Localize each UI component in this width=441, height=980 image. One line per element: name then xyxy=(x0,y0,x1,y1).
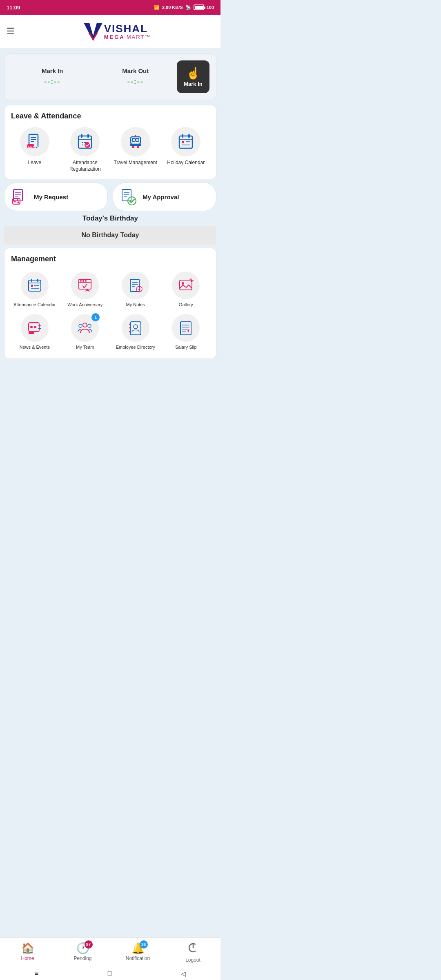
svg-rect-21 xyxy=(130,144,141,146)
my-request-label: My Request xyxy=(34,194,68,200)
status-bar: 11:09 📶 2.00 KB/S 📡 100 xyxy=(0,0,220,15)
svg-point-37 xyxy=(14,200,16,203)
svg-rect-11 xyxy=(81,134,82,138)
svg-point-66 xyxy=(182,282,184,285)
svg-rect-71 xyxy=(29,332,34,334)
svg-rect-32 xyxy=(13,189,22,201)
svg-rect-48 xyxy=(37,279,38,282)
status-time: 11:09 xyxy=(7,4,20,11)
svg-point-23 xyxy=(137,146,139,148)
my-approval-icon xyxy=(120,188,138,206)
management-grid: Attendance Calendar Work A xyxy=(11,270,209,352)
svg-point-55 xyxy=(82,280,84,282)
svg-marker-0 xyxy=(84,23,102,41)
holiday-calendar-label: Holiday Calendar xyxy=(167,160,205,166)
svg-point-70 xyxy=(34,326,36,328)
attendance-calendar-label: Attendance Calendar xyxy=(13,302,56,307)
mark-in-btn-label: Mark In xyxy=(184,81,203,87)
battery-icon xyxy=(194,4,204,10)
svg-point-69 xyxy=(30,326,33,328)
mark-in-label: Mark In xyxy=(11,67,94,74)
svg-text:LEAVE: LEAVE xyxy=(28,145,39,149)
svg-point-76 xyxy=(88,324,91,327)
svg-rect-47 xyxy=(31,279,32,282)
news-events-icon xyxy=(21,314,49,342)
svg-rect-58 xyxy=(130,279,139,292)
logo-mega: MEGA xyxy=(104,34,125,40)
leave-attendance-grid: LEAVE Leave xyxy=(11,127,209,172)
mark-out-label: Mark Out xyxy=(94,67,177,74)
travel-management-item[interactable]: Travel Management xyxy=(113,127,158,172)
work-anniversary-label: Work Anniversary xyxy=(67,302,102,307)
birthday-section: Today's Birthday No Birthday Today xyxy=(4,214,216,245)
logo-mart: MART™ xyxy=(127,34,151,40)
svg-rect-20 xyxy=(136,138,139,141)
attendance-regularization-icon xyxy=(70,127,100,156)
employee-directory-icon xyxy=(122,314,149,342)
work-anniversary-icon xyxy=(71,272,99,299)
my-notes-icon xyxy=(122,272,149,299)
svg-point-74 xyxy=(83,323,87,327)
signal-speed: 2.00 KB/S xyxy=(162,5,183,10)
my-request-button[interactable]: My Request xyxy=(4,183,108,211)
menu-icon[interactable]: ☰ xyxy=(7,26,15,37)
mark-in-button[interactable]: ☝️ Mark In xyxy=(177,60,209,93)
svg-point-38 xyxy=(17,199,18,201)
my-team-badge: 1 xyxy=(91,313,100,321)
news-events-item[interactable]: News & Events xyxy=(11,312,58,352)
no-birthday-message: No Birthday Today xyxy=(4,226,216,245)
svg-point-75 xyxy=(79,324,82,327)
gallery-icon xyxy=(172,272,200,299)
svg-rect-40 xyxy=(122,189,131,201)
work-anniversary-item[interactable]: Work Anniversary xyxy=(62,270,109,309)
my-approval-label: My Approval xyxy=(143,194,179,200)
wifi-icon: 📡 xyxy=(185,5,191,10)
my-approval-button[interactable]: My Approval xyxy=(113,183,216,211)
svg-rect-77 xyxy=(130,322,141,335)
travel-management-icon xyxy=(121,127,150,156)
mark-out-time: --:-- xyxy=(94,78,177,86)
management-section: Management Attendance Calendar xyxy=(4,248,216,359)
my-team-item[interactable]: 1 My Team xyxy=(62,312,109,352)
svg-rect-27 xyxy=(182,134,183,138)
leave-icon: LEAVE xyxy=(20,127,49,156)
birthday-title: Today's Birthday xyxy=(4,214,216,223)
attendance-calendar-icon xyxy=(21,272,49,299)
mark-out-section: Mark Out --:-- xyxy=(94,67,177,86)
mark-in-section: Mark In --:-- xyxy=(11,67,94,86)
employee-directory-label: Employee Directory xyxy=(116,344,155,350)
svg-rect-65 xyxy=(180,280,192,290)
employee-directory-item[interactable]: Employee Directory xyxy=(112,312,159,352)
news-events-label: News & Events xyxy=(19,344,50,350)
status-icons: 📶 2.00 KB/S 📡 100 xyxy=(154,4,214,10)
hand-pointer-icon: ☝️ xyxy=(186,67,200,80)
action-buttons: My Request My Approval xyxy=(4,183,216,211)
mark-in-time: --:-- xyxy=(11,78,94,86)
logo-text: VISHAL MEGA MART™ xyxy=(104,23,151,40)
holiday-calendar-item[interactable]: Holiday Calendar xyxy=(163,127,208,172)
gallery-item[interactable]: Gallery xyxy=(163,270,210,309)
my-team-label: My Team xyxy=(76,344,94,350)
svg-point-54 xyxy=(80,280,82,282)
salary-slip-item[interactable]: ₹ Salary Slip xyxy=(163,312,210,352)
my-notes-label: My Notes xyxy=(126,302,145,307)
svg-point-56 xyxy=(85,280,87,282)
gallery-label: Gallery xyxy=(179,302,193,307)
svg-rect-12 xyxy=(87,134,89,138)
attendance-section: Mark In --:-- Mark Out --:-- ☝️ Mark In xyxy=(4,53,216,100)
svg-rect-82 xyxy=(180,322,191,335)
salary-slip-icon: ₹ xyxy=(172,314,200,342)
attendance-regularization-item[interactable]: Attendance Regularization xyxy=(62,127,107,172)
management-title: Management xyxy=(11,255,209,263)
leave-attendance-title: Leave & Attendance xyxy=(11,112,209,120)
my-notes-item[interactable]: My Notes xyxy=(112,270,159,309)
leave-label: Leave xyxy=(28,160,41,166)
svg-rect-28 xyxy=(188,134,190,138)
attendance-calendar-item[interactable]: Attendance Calendar xyxy=(11,270,58,309)
svg-rect-29 xyxy=(182,141,184,143)
svg-point-78 xyxy=(134,325,138,329)
svg-rect-25 xyxy=(179,136,192,148)
svg-rect-19 xyxy=(132,138,135,141)
logo-v-svg xyxy=(82,20,104,42)
leave-item[interactable]: LEAVE Leave xyxy=(12,127,57,172)
